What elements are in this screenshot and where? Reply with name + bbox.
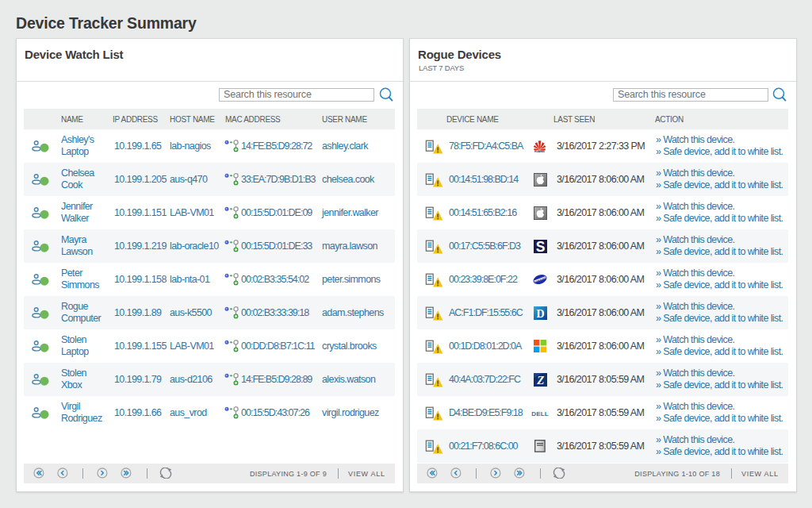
- svg-text:S: S: [535, 240, 545, 253]
- svg-text:DELL: DELL: [531, 410, 549, 417]
- svg-text:HUAWEI: HUAWEI: [534, 150, 545, 153]
- svg-text:D: D: [536, 307, 544, 319]
- svg-text:Z: Z: [536, 374, 544, 387]
